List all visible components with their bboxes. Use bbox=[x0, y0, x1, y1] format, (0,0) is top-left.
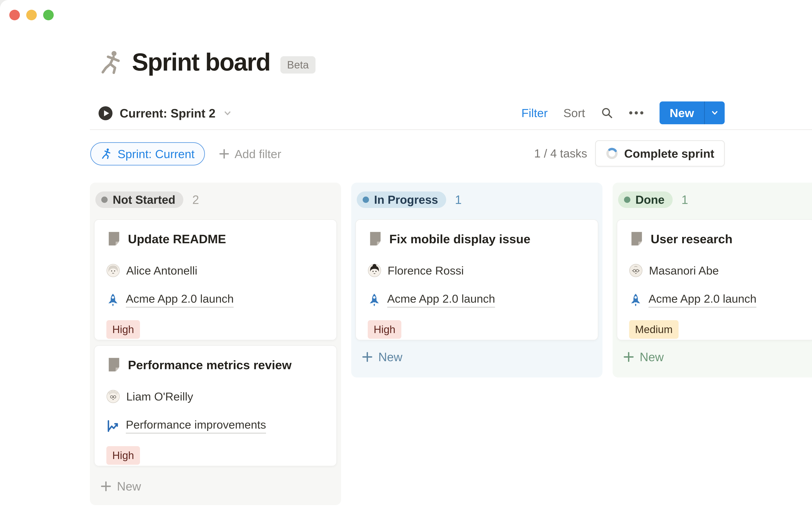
add-filter-label: Add filter bbox=[234, 147, 281, 161]
project-link[interactable]: Acme App 2.0 launch bbox=[649, 292, 756, 307]
avatar bbox=[368, 264, 381, 277]
column-header: Done 1 bbox=[618, 191, 812, 208]
sprint-filter-label: Sprint: Current bbox=[118, 147, 195, 161]
sort-button[interactable]: Sort bbox=[563, 106, 585, 120]
new-button[interactable]: New bbox=[659, 102, 704, 124]
page-header: Sprint board Beta bbox=[99, 49, 316, 75]
status-pill-done[interactable]: Done bbox=[618, 191, 673, 208]
rocket-icon bbox=[629, 293, 642, 306]
complete-sprint-label: Complete sprint bbox=[624, 147, 714, 160]
column-count: 2 bbox=[192, 193, 199, 207]
status-dot bbox=[101, 196, 108, 203]
assignee-name: Liam O'Reilly bbox=[126, 390, 193, 403]
column-in-progress: In Progress 1 Fix mobile display issue bbox=[351, 183, 602, 378]
add-card-button[interactable]: New bbox=[100, 479, 337, 493]
priority-badge: High bbox=[106, 446, 140, 465]
board-toolbar: Filter Sort New bbox=[522, 101, 725, 125]
status-pill-in-progress[interactable]: In Progress bbox=[357, 191, 446, 208]
add-card-label: New bbox=[378, 350, 402, 364]
page-title: Sprint board bbox=[132, 50, 270, 74]
task-card[interactable]: Performance metrics review Liam O'Reilly bbox=[94, 345, 337, 466]
card-title: Fix mobile display issue bbox=[389, 232, 530, 246]
column-count: 1 bbox=[455, 193, 462, 207]
sprint-filter-chip[interactable]: Sprint: Current bbox=[90, 142, 205, 165]
priority-badge: High bbox=[106, 320, 140, 339]
assignee-name: Alice Antonelli bbox=[126, 264, 197, 277]
zoom-window-button[interactable] bbox=[43, 10, 54, 20]
status-dot bbox=[624, 196, 630, 203]
project-link[interactable]: Acme App 2.0 launch bbox=[126, 292, 234, 307]
project-link[interactable]: Acme App 2.0 launch bbox=[387, 292, 495, 307]
task-card[interactable]: Fix mobile display issue Florence Rossi … bbox=[356, 219, 598, 340]
plus-icon bbox=[219, 149, 229, 159]
status-pill-not-started[interactable]: Not Started bbox=[95, 191, 183, 208]
rocket-icon bbox=[368, 293, 381, 306]
card-title: User research bbox=[651, 232, 733, 246]
beta-badge: Beta bbox=[280, 56, 316, 73]
minimize-window-button[interactable] bbox=[26, 10, 37, 20]
task-count: 1 / 4 tasks bbox=[534, 147, 587, 160]
status-label: In Progress bbox=[374, 194, 438, 206]
assignee-name: Masanori Abe bbox=[649, 264, 719, 277]
plus-icon bbox=[623, 351, 634, 362]
page-icon bbox=[106, 357, 122, 373]
runner-icon bbox=[101, 148, 112, 160]
column-done: Done 1 User research bbox=[612, 183, 812, 378]
status-label: Not Started bbox=[113, 194, 175, 206]
assignee-name: Florence Rossi bbox=[388, 264, 464, 277]
avatar bbox=[629, 264, 643, 277]
filter-bar: Sprint: Current Add filter bbox=[90, 142, 281, 166]
add-card-button[interactable]: New bbox=[362, 350, 598, 364]
column-not-started: Not Started 2 Update README Ali bbox=[90, 183, 341, 505]
column-header: Not Started 2 bbox=[95, 191, 337, 208]
status-label: Done bbox=[636, 194, 665, 206]
task-card[interactable]: User research Masanori Abe Acme A bbox=[617, 219, 812, 340]
card-title: Performance metrics review bbox=[128, 358, 291, 372]
view-label: Current: Sprint 2 bbox=[120, 106, 215, 120]
column-count: 1 bbox=[682, 193, 688, 207]
add-card-button[interactable]: New bbox=[623, 350, 812, 364]
avatar bbox=[106, 264, 120, 277]
add-filter-button[interactable]: Add filter bbox=[219, 147, 281, 161]
sprint-progress-icon bbox=[606, 147, 618, 160]
more-icon[interactable] bbox=[629, 111, 644, 115]
toolbar-divider bbox=[90, 129, 812, 130]
plus-icon bbox=[100, 481, 111, 492]
add-card-label: New bbox=[640, 350, 664, 364]
column-header: In Progress 1 bbox=[357, 191, 598, 208]
new-button-dropdown[interactable] bbox=[705, 102, 725, 124]
close-window-button[interactable] bbox=[9, 10, 20, 20]
avatar bbox=[106, 390, 120, 403]
new-button-group: New bbox=[659, 102, 725, 124]
rocket-icon bbox=[106, 293, 119, 306]
view-selector[interactable]: Current: Sprint 2 bbox=[99, 101, 232, 125]
priority-badge: Medium bbox=[629, 320, 679, 339]
window-controls bbox=[9, 10, 54, 20]
search-icon[interactable] bbox=[601, 107, 613, 119]
page-icon bbox=[629, 231, 644, 246]
chevron-down-icon bbox=[710, 108, 719, 117]
sprint-board-window: Sprint board Beta Current: Sprint 2 Filt… bbox=[0, 0, 812, 507]
add-card-label: New bbox=[117, 479, 141, 493]
chevron-down-icon bbox=[223, 108, 232, 118]
task-card[interactable]: Update README Alice Antonelli Acme App 2… bbox=[94, 219, 337, 340]
project-link[interactable]: Performance improvements bbox=[126, 418, 266, 434]
plus-icon bbox=[362, 351, 373, 362]
filter-button[interactable]: Filter bbox=[522, 106, 548, 120]
page-icon bbox=[368, 231, 383, 246]
sprint-status-bar: 1 / 4 tasks Complete sprint bbox=[534, 141, 725, 166]
status-dot bbox=[363, 196, 369, 203]
priority-badge: High bbox=[368, 320, 401, 339]
line-chart-icon bbox=[106, 419, 119, 433]
play-circle-icon bbox=[99, 106, 112, 120]
complete-sprint-button[interactable]: Complete sprint bbox=[595, 140, 725, 167]
page-icon bbox=[106, 231, 122, 246]
runner-icon bbox=[99, 50, 123, 75]
card-title: Update README bbox=[128, 232, 226, 246]
